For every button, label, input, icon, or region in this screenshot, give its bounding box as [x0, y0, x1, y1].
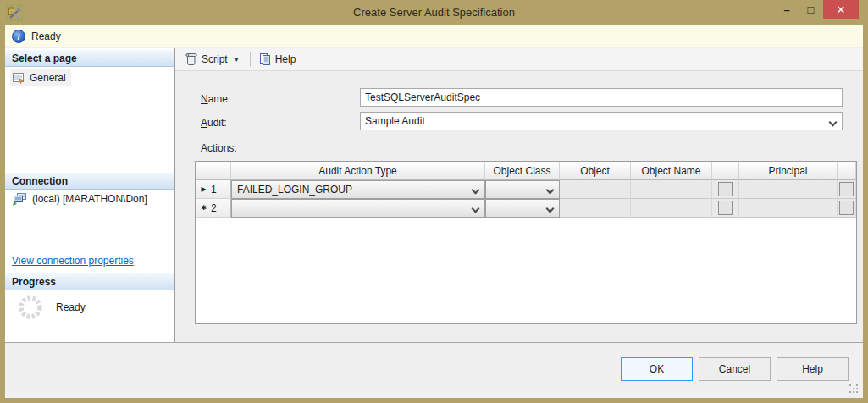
info-icon: i [12, 30, 25, 43]
server-connection-icon [12, 192, 27, 206]
audit-action-type-value: FAILED_LOGIN_GROUP [237, 184, 352, 196]
window-border-right [863, 25, 868, 403]
minimize-icon: – [783, 3, 788, 16]
progress-header: Progress [5, 273, 174, 290]
window-title: Create Server Audit Specification [0, 0, 868, 25]
audit-action-type-cell-combobox[interactable] [231, 199, 485, 218]
browse-button[interactable] [718, 201, 733, 215]
name-input[interactable] [360, 88, 843, 107]
row-header-1[interactable]: ▶ 1 [196, 180, 231, 199]
minimize-button[interactable]: – [774, 0, 799, 19]
object-cell[interactable] [560, 199, 631, 218]
row-header-2[interactable]: ✱ 2 [196, 199, 231, 218]
help-button[interactable]: Help [777, 357, 849, 381]
ok-button[interactable]: OK [621, 357, 693, 381]
view-connection-properties-link[interactable]: View connection properties [12, 255, 134, 267]
grid-corner-header [196, 162, 231, 180]
sidebar-item-label: General [30, 72, 66, 84]
object-class-cell-combobox[interactable] [485, 180, 560, 199]
script-button-label: Script [202, 53, 228, 65]
resize-grip[interactable] [849, 384, 860, 395]
cancel-button[interactable]: Cancel [699, 357, 771, 381]
audit-action-type-cell-combobox[interactable]: FAILED_LOGIN_GROUP [231, 180, 485, 199]
connection-server-label: (local) [MARATHON\Don] [32, 193, 147, 205]
maximize-icon: □ [808, 3, 815, 16]
name-label: Name: [201, 93, 230, 105]
principal-browse-cell [838, 180, 856, 199]
col-header-object-class: Object Class [485, 162, 560, 180]
object-name-cell[interactable] [631, 180, 712, 199]
audit-label: Audit: [201, 117, 227, 129]
chevron-down-icon [547, 187, 553, 193]
maximize-button[interactable]: □ [799, 0, 823, 19]
close-icon: ✕ [837, 3, 846, 16]
row-number: 1 [211, 184, 217, 196]
col-header-object: Object [560, 162, 631, 180]
chevron-down-icon [473, 206, 478, 212]
window-controls: – □ ✕ [774, 0, 859, 19]
actions-label: Actions: [201, 142, 237, 154]
principal-browse-cell [838, 199, 856, 218]
chevron-down-icon [830, 119, 836, 125]
help-toolbar-label: Help [275, 53, 296, 65]
help-doc-icon [258, 52, 272, 66]
toolbar-separator [250, 52, 251, 67]
script-button[interactable]: Script ▼ [180, 51, 246, 68]
actions-grid[interactable]: Audit Action Type Object Class Object Ob… [195, 161, 857, 324]
chevron-down-icon [473, 187, 478, 193]
script-scroll-icon [184, 52, 198, 66]
row-number: 2 [211, 202, 217, 214]
object-name-browse-cell [712, 180, 739, 199]
new-row-indicator-icon: ✱ [200, 204, 207, 212]
principal-cell[interactable] [739, 199, 838, 218]
script-dropdown-caret-icon[interactable]: ▼ [231, 57, 242, 63]
col-header-audit-action-type: Audit Action Type [231, 162, 485, 180]
col-header-principal-browse [838, 162, 856, 180]
object-name-browse-cell [712, 199, 739, 218]
table-row: ✱ 2 [196, 199, 856, 218]
dialog-create-server-audit-specification: Create Server Audit Specification – □ ✕ … [0, 0, 868, 403]
sidebar-item-general[interactable]: General [10, 69, 71, 86]
progress-status: Ready [17, 294, 86, 321]
general-page-icon [12, 71, 25, 85]
chevron-down-icon [547, 206, 553, 212]
sidebar: Select a page General Connection (local)… [5, 48, 175, 342]
connection-header: Connection [5, 173, 174, 190]
toolbar: Script ▼ Help [175, 48, 863, 71]
status-strip: i Ready [5, 25, 863, 47]
window-border-bottom [0, 398, 868, 403]
col-header-principal: Principal [739, 162, 838, 180]
status-text: Ready [31, 30, 61, 42]
main-panel: Script ▼ Help Name: Audit: Sample Audit [175, 48, 863, 342]
table-row: ▶ 1 FAILED_LOGIN_GROUP [196, 180, 856, 199]
select-a-page-header: Select a page [5, 50, 174, 67]
browse-button[interactable] [839, 201, 854, 215]
browse-button[interactable] [839, 182, 854, 196]
current-row-indicator-icon: ▶ [200, 185, 207, 193]
col-header-object-name-browse [712, 162, 739, 180]
title-bar[interactable]: Create Server Audit Specification – □ ✕ [0, 0, 868, 25]
audit-combobox-value: Sample Audit [365, 115, 425, 127]
view-connection-properties[interactable]: View connection properties [12, 255, 134, 267]
audit-combobox[interactable]: Sample Audit [360, 112, 843, 130]
grid-header-row: Audit Action Type Object Class Object Ob… [196, 162, 856, 180]
footer-bar: OK Cancel Help [5, 342, 863, 398]
connection-server: (local) [MARATHON\Don] [12, 192, 147, 206]
col-header-object-name: Object Name [631, 162, 712, 180]
object-class-cell-combobox[interactable] [485, 199, 560, 218]
progress-status-text: Ready [56, 301, 86, 313]
principal-cell[interactable] [739, 180, 838, 199]
browse-button[interactable] [718, 182, 733, 196]
progress-spinner-icon [17, 294, 44, 321]
help-toolbar-button[interactable]: Help [255, 51, 300, 68]
close-button[interactable]: ✕ [823, 0, 859, 19]
object-cell[interactable] [560, 180, 631, 199]
window-border-left [0, 25, 5, 403]
object-name-cell[interactable] [631, 199, 712, 218]
